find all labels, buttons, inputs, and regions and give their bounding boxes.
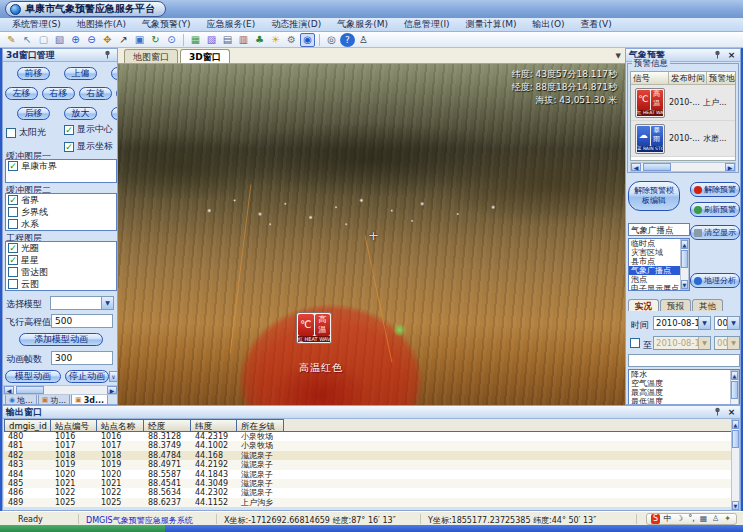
tab-inactive[interactable]: 预报 [660,299,691,311]
column-header[interactable]: 站点名称 [97,419,144,432]
layer-list-item[interactable]: 水系 [6,218,116,230]
layer-list-item[interactable]: 云图 [6,278,116,290]
cancel-warning-button[interactable]: 解除预警 [690,182,740,197]
heat-wave-warning-marker[interactable]: ℃ 高温 红 HEAT WAVE [296,312,332,344]
wrench-icon[interactable]: ✦ [723,514,732,524]
layers-icon[interactable]: ▦ [188,33,203,47]
tools-icon[interactable]: ♣ [252,33,267,47]
model-animation-button[interactable]: 模型动画 [5,370,61,383]
warning-row[interactable]: ℃高温红 HEAT WAVE2010-...上户... [631,85,735,121]
menu-item[interactable]: 气象预警(Y) [134,18,199,31]
pin-icon[interactable] [103,50,114,61]
table-row[interactable]: 4891025102588.623744.1152上户沟乡 [4,498,731,507]
weather-element-item[interactable]: 空气温度 [629,379,739,388]
checkbox-icon[interactable] [8,279,18,289]
scroll-right-arrow-icon[interactable]: ▶ [725,163,735,171]
table-row[interactable]: 4801016101688.312844.2319小泉牧场 [4,432,731,441]
layer-list-item[interactable]: ✓阜康市界 [6,160,116,172]
left-panel-hscrollbar[interactable]: ◀▶ [3,385,118,395]
checkbox-icon[interactable]: ✓ [64,125,74,135]
table-row[interactable]: 4861022102288.563444.2302滋泥泉子 [4,488,731,497]
sogou-icon[interactable]: S [651,514,660,524]
warning-row[interactable]: ☁暴雨蓝 RAIN STORM2010-...水磨... [631,121,735,157]
map-tab[interactable]: 地图窗口 [124,49,178,63]
menu-item[interactable]: 查看(V) [573,18,620,31]
weather-element-item[interactable]: 最低温度 [629,397,739,405]
checkbox-icon[interactable] [8,207,18,217]
moon-icon[interactable]: ☽ [675,514,684,524]
weather-element-item[interactable]: 降水 [629,370,739,379]
panel-tab[interactable]: ◉地... [5,395,37,405]
element-filter-input[interactable] [628,354,740,367]
cn-mode-icon[interactable]: 中 [663,514,672,524]
nav-button[interactable]: 下偏 [111,67,118,80]
column-header[interactable]: 信号 [631,72,669,85]
layer-list-item[interactable]: ✓光圈 [6,242,116,254]
scroll-right-arrow-icon[interactable]: ▶ [107,386,117,394]
table-row[interactable]: 4841020102088.558744.1843滋泥泉子 [4,470,731,479]
frame-count-input[interactable]: 300 [51,351,113,365]
checkbox-icon[interactable] [8,219,18,229]
scroll-down-chevron-icon[interactable]: ∨ [109,371,118,382]
taskbar-right-segment[interactable] [165,525,743,532]
cancel-warning-template-edit-button[interactable]: 解除预警模板编辑 [628,181,680,211]
layer-list-item[interactable]: ✓省界 [6,194,116,206]
punct-icon[interactable]: °, [687,514,696,524]
scrollbar-thumb[interactable] [643,163,671,171]
pan-hand-icon[interactable]: ✥ [100,33,115,47]
checkbox-icon[interactable]: ✓ [8,161,18,171]
model-select-combo[interactable]: ▼ [50,296,114,310]
column-header[interactable]: 经度 [144,419,191,432]
scroll-down-arrow-icon[interactable]: ▼ [732,501,739,510]
column-header[interactable]: 预警地区 [707,72,736,85]
layer-list[interactable]: ✓省界乡界线水系 [5,193,117,231]
menu-item[interactable]: 系统管理(S) [4,18,69,31]
menu-item[interactable]: 应急服务(E) [198,18,263,31]
layer-list-item[interactable]: 雷达图 [6,266,116,278]
tab-list-chevron-icon[interactable]: ▼ [616,52,621,60]
scroll-down-arrow-icon[interactable]: ▼ [681,280,688,289]
nav-button[interactable]: 后移 [17,107,50,120]
image-export-icon[interactable]: ▨ [204,33,219,47]
menu-item[interactable]: 动态推演(D) [263,18,329,31]
keyboard-icon[interactable]: ▦ [699,514,708,524]
nav-button[interactable]: 前移 [17,67,50,80]
taskbar-left-segment[interactable] [0,525,165,532]
scrollbar-thumb[interactable] [16,386,44,394]
pin-icon[interactable] [713,407,724,418]
warning-table-hscrollbar[interactable]: ◀▶ [630,162,736,172]
scroll-left-arrow-icon[interactable]: ◀ [631,163,641,171]
point-list-vscrollbar[interactable]: ▲ ▼ [680,239,689,290]
geographic-analysis-button[interactable]: 地理分析 [690,273,740,288]
checkbox-icon[interactable]: ✓ [8,195,18,205]
pin-icon[interactable] [713,50,724,61]
layer-list-item[interactable]: ✓星星 [6,254,116,266]
to-date-checkbox[interactable] [630,338,640,348]
column-header[interactable]: 所在乡镇 [237,419,284,432]
zoom-in-icon[interactable]: ⊕ [68,33,83,47]
exit-icon[interactable]: ♙ [356,33,371,47]
layer-list[interactable]: ✓光圈✓星星雷达图云图 [5,241,117,291]
print-export-icon[interactable]: ▥ [236,33,251,47]
checkbox-icon[interactable] [6,128,16,138]
help-icon[interactable]: ? [340,33,355,47]
lamp-icon[interactable]: ☀ [268,33,283,47]
output-table-vscrollbar[interactable]: ▲ ▼ [731,419,740,511]
menu-item[interactable]: 测量计算(M) [458,18,525,31]
tab-inactive[interactable]: 其他 [692,299,723,311]
pointer-arrow-icon[interactable]: ↗ [116,33,131,47]
scroll-up-arrow-icon[interactable]: ▲ [681,240,688,249]
date-from-combo[interactable]: 2010-08-13▼ [653,316,711,330]
layer-list[interactable]: ✓阜康市界 [5,159,117,183]
flight-height-input[interactable]: 500 [51,314,113,328]
refresh-view-icon[interactable]: ↻ [148,33,163,47]
chevron-down-icon[interactable]: ▼ [727,317,739,329]
checkbox-icon[interactable]: ✓ [64,142,74,152]
column-header[interactable]: 站点编号 [51,419,97,432]
menu-item[interactable]: 输出(O) [524,18,572,31]
refresh-warning-button[interactable]: 刷新预警 [690,202,740,217]
menu-item[interactable]: 信息管理(I) [396,18,458,31]
scrollbar-thumb[interactable] [681,250,688,268]
checkbox-icon[interactable]: ✓ [8,243,18,253]
settings-gear-icon[interactable]: ⚙ [284,33,299,47]
